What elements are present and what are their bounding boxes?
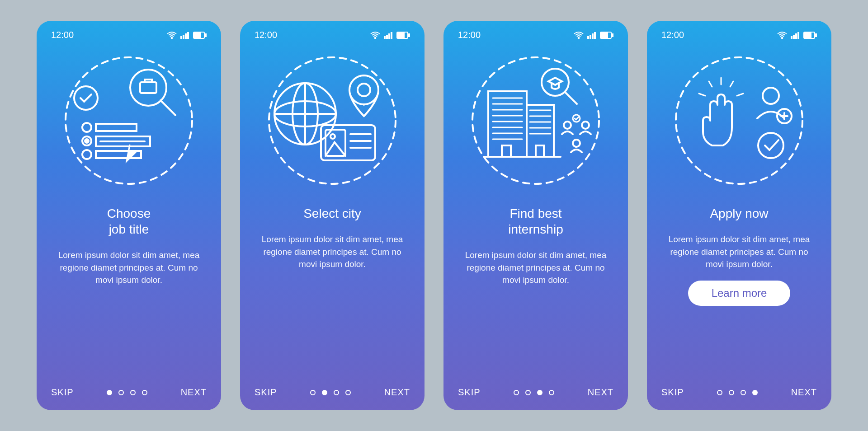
svg-rect-49 <box>601 33 608 37</box>
svg-rect-45 <box>592 33 594 39</box>
page-dot[interactable] <box>752 390 758 395</box>
skip-button[interactable]: SKIP <box>255 387 277 398</box>
svg-point-38 <box>330 134 335 139</box>
svg-point-83 <box>676 57 802 184</box>
svg-rect-28 <box>398 33 404 37</box>
svg-line-87 <box>699 94 705 96</box>
status-bar: 12:00 <box>51 30 207 40</box>
svg-rect-46 <box>594 32 596 39</box>
status-bar: 12:00 <box>661 30 817 40</box>
learn-more-button[interactable]: Learn more <box>688 281 791 306</box>
svg-rect-48 <box>612 34 613 37</box>
svg-rect-22 <box>384 36 386 39</box>
onboarding-screen-2: 12:00 Select city Lorem ipsum dolor sit … <box>240 21 425 410</box>
page-dot[interactable] <box>118 390 124 395</box>
svg-point-71 <box>564 122 571 129</box>
page-dot[interactable] <box>130 390 136 395</box>
svg-rect-68 <box>536 145 544 157</box>
skip-button[interactable]: SKIP <box>51 387 74 398</box>
status-icons <box>777 32 817 39</box>
svg-rect-2 <box>183 35 184 39</box>
status-bar: 12:00 <box>458 30 613 40</box>
svg-point-8 <box>66 57 192 184</box>
svg-rect-17 <box>96 124 137 131</box>
svg-rect-4 <box>187 32 189 39</box>
svg-point-73 <box>573 140 580 147</box>
page-indicator <box>717 390 758 395</box>
select-city-icon <box>255 48 410 193</box>
status-icons <box>574 32 613 39</box>
next-button[interactable]: NEXT <box>791 387 817 398</box>
onboarding-nav: SKIP NEXT <box>661 387 817 398</box>
onboarding-screen-3: 12:00 Find best internship Lorem ipsu <box>443 21 628 410</box>
choose-job-title-icon <box>51 48 207 193</box>
page-dot[interactable] <box>334 390 339 395</box>
text-block: Find best internship Lorem ipsum dolor s… <box>458 206 613 387</box>
svg-rect-43 <box>587 36 589 39</box>
next-button[interactable]: NEXT <box>181 387 207 398</box>
next-button[interactable]: NEXT <box>588 387 613 398</box>
screen-description: Lorem ipsum dolor sit dim amet, mea regi… <box>51 249 207 286</box>
onboarding-screen-1: 12:00 Choose job title Lorem ipsum dolor… <box>37 21 221 410</box>
page-dot[interactable] <box>514 390 519 395</box>
svg-line-86 <box>730 81 733 87</box>
page-indicator <box>310 390 351 395</box>
onboarding-nav: SKIP NEXT <box>255 387 410 398</box>
svg-rect-1 <box>180 36 182 39</box>
battery-icon <box>396 32 410 39</box>
battery-icon <box>193 32 207 39</box>
svg-rect-44 <box>590 35 591 39</box>
status-bar: 12:00 <box>255 30 410 40</box>
page-dot[interactable] <box>717 390 722 395</box>
svg-point-72 <box>582 122 589 129</box>
svg-rect-12 <box>140 82 156 93</box>
skip-button[interactable]: SKIP <box>661 387 684 398</box>
onboarding-nav: SKIP NEXT <box>458 387 613 398</box>
screen-description: Lorem ipsum dolor sit dim amet, mea regi… <box>661 233 817 271</box>
next-button[interactable]: NEXT <box>384 387 410 398</box>
status-icons <box>370 32 410 39</box>
svg-point-13 <box>82 123 91 132</box>
page-dot[interactable] <box>549 390 554 395</box>
page-dot[interactable] <box>142 390 147 395</box>
svg-rect-6 <box>205 34 206 37</box>
svg-point-35 <box>358 84 370 96</box>
svg-point-0 <box>171 37 173 38</box>
page-indicator <box>514 390 554 395</box>
find-internship-icon <box>458 48 613 193</box>
page-dot[interactable] <box>537 390 542 395</box>
apply-now-icon <box>661 48 817 193</box>
svg-rect-77 <box>793 35 795 39</box>
svg-line-70 <box>565 92 577 104</box>
page-dot[interactable] <box>310 390 316 395</box>
svg-rect-78 <box>795 33 797 39</box>
text-block: Apply now Lorem ipsum dolor sit dim amet… <box>661 206 817 387</box>
page-dot[interactable] <box>525 390 531 395</box>
signal-icon <box>384 32 393 39</box>
svg-rect-79 <box>797 32 799 39</box>
screen-title: Select city <box>255 206 410 221</box>
svg-point-21 <box>375 37 376 38</box>
signal-icon <box>180 32 189 39</box>
wifi-icon <box>574 32 584 39</box>
skip-button[interactable]: SKIP <box>458 387 481 398</box>
wifi-icon <box>167 32 177 39</box>
svg-rect-67 <box>502 145 511 157</box>
text-block: Select city Lorem ipsum dolor sit dim am… <box>255 206 410 387</box>
status-time: 12:00 <box>661 30 684 40</box>
svg-rect-52 <box>527 105 554 157</box>
screen-title: Find best internship <box>458 206 613 237</box>
page-dot[interactable] <box>729 390 734 395</box>
svg-rect-82 <box>805 33 811 37</box>
page-dot[interactable] <box>345 390 351 395</box>
wifi-icon <box>370 32 380 39</box>
page-dot[interactable] <box>107 390 112 395</box>
svg-point-89 <box>763 88 779 104</box>
status-time: 12:00 <box>255 30 277 40</box>
page-dot[interactable] <box>322 390 327 395</box>
screen-description: Lorem ipsum dolor sit dim amet, mea regi… <box>255 233 410 271</box>
page-dot[interactable] <box>741 390 746 395</box>
svg-point-42 <box>578 37 580 38</box>
battery-icon <box>803 32 817 39</box>
svg-line-88 <box>737 94 743 96</box>
